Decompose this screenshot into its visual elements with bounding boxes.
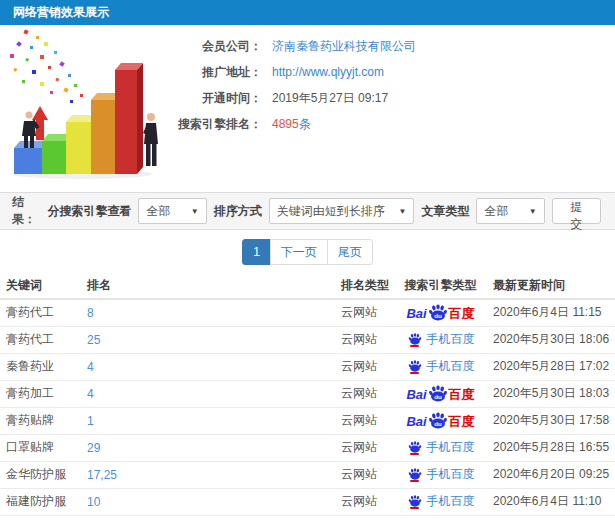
rank-link[interactable]: 17,25 (87, 468, 117, 482)
table-row: 膏药加工4云网站Baidu百度2020年5月30日 18:03 (0, 380, 615, 407)
baidu-logo-bai-text: Bai (406, 388, 426, 401)
article-type-label: 文章类型 (421, 203, 469, 220)
baidu-logo-cn-text: 百度 (449, 415, 475, 428)
baidu-logo-cn-text: 百度 (449, 388, 475, 401)
header-engine-type: 搜索引擎类型 (394, 272, 487, 299)
sort-mode-selected-value: 关键词由短到长排序 (277, 203, 385, 220)
engine-rank-unit: 条 (299, 117, 311, 131)
rank-link[interactable]: 1 (87, 414, 94, 428)
baidu-paw-icon: du (428, 304, 448, 321)
keyword-cell: 膏药贴牌 (0, 407, 81, 434)
baidu-logo: Baidu百度 (406, 412, 474, 428)
updated-cell: 2020年6月4日 11:15 (487, 299, 615, 326)
submit-button[interactable]: 提交 (552, 198, 601, 224)
baidu-logo-bai-text: Bai (406, 415, 426, 428)
header-rank: 排名 (81, 272, 335, 299)
next-page-button[interactable]: 下一页 (270, 239, 328, 265)
mobile-baidu-label: 手机百度 (427, 358, 475, 375)
baidu-paw-icon (408, 495, 422, 507)
engine-type-cell: Baidu百度 (394, 515, 487, 520)
rank-type-cell (335, 515, 394, 520)
table-row: 膏药代工8云网站Baidu百度2020年6月4日 11:15 (0, 299, 615, 326)
result-label: 结果： (12, 194, 47, 228)
keyword-cell: 秦鲁药业 (0, 353, 81, 380)
rank-link[interactable]: 8 (87, 306, 94, 320)
engine-type-cell: 手机百度 (394, 326, 487, 353)
updated-cell: 2020年6月20日 09:25 (487, 461, 615, 488)
sort-mode-select[interactable]: 关键词由短到长排序 ▼ (269, 198, 415, 224)
engine-type-cell: 手机百度 (394, 488, 487, 515)
mobile-baidu-badge: 手机百度 (407, 493, 475, 510)
rank-cell: 10 (81, 488, 335, 515)
updated-cell: 2020年5月30日 17:58 (487, 407, 615, 434)
rank-link[interactable]: 29 (87, 441, 100, 455)
keyword-cell: 膏药代工 (0, 326, 81, 353)
mobile-baidu-badge: 手机百度 (407, 358, 475, 375)
mobile-baidu-underline (410, 372, 419, 374)
chevron-down-icon: ▼ (529, 207, 537, 216)
article-type-select[interactable]: 全部 ▼ (476, 198, 544, 224)
sort-mode-label: 排序方式 (214, 203, 262, 220)
table-body: 膏药代工8云网站Baidu百度2020年6月4日 11:15膏药代工25云网站手… (0, 299, 615, 520)
table-row: 膏药代工25云网站手机百度2020年5月30日 18:06 (0, 326, 615, 353)
rank-link[interactable]: 10 (87, 495, 100, 509)
rank-link[interactable]: 4 (87, 360, 94, 374)
keyword-cell: 金华防护服 (0, 461, 81, 488)
open-time-value: 2019年5月27日 09:17 (272, 90, 388, 107)
rank-type-cell: 云网站 (335, 434, 394, 461)
rank-cell: 29 (81, 434, 335, 461)
page-1-button[interactable]: 1 (242, 239, 271, 265)
mobile-baidu-badge: 手机百度 (407, 466, 475, 483)
keyword-cell (0, 515, 81, 520)
mobile-baidu-underline (410, 480, 419, 482)
updated-cell: 2020年5月30日 18:06 (487, 326, 615, 353)
engine-view-selected-value: 全部 (146, 203, 170, 220)
keyword-cell: 膏药加工 (0, 380, 81, 407)
engine-type-cell: Baidu百度 (394, 299, 487, 326)
baidu-paw-icon (408, 333, 422, 345)
window-title-bar: 网络营销效果展示 (0, 0, 615, 25)
member-company-link[interactable]: 济南秦鲁药业科技有限公司 (272, 38, 416, 55)
chevron-down-icon: ▼ (399, 207, 407, 216)
header-updated: 最新更新时间 (487, 272, 615, 299)
page: 网络营销效果展示 (0, 0, 615, 520)
rank-cell: 4 (81, 380, 335, 407)
last-page-button[interactable]: 尾页 (327, 239, 373, 265)
baidu-paw-icon: du (428, 412, 448, 429)
updated-cell: 2020年5月30日 18:03 (487, 380, 615, 407)
mobile-baidu-underline (410, 345, 419, 347)
promo-url-link[interactable]: http://www.qlyyjt.com (272, 65, 384, 79)
header-rank-type: 排名类型 (335, 272, 394, 299)
engine-type-cell: 手机百度 (394, 461, 487, 488)
mobile-baidu-icon (407, 468, 423, 482)
svg-text:du: du (434, 420, 442, 427)
engine-type-cell: 手机百度 (394, 434, 487, 461)
engine-rank-label: 搜索引擎排名： (172, 116, 262, 133)
mobile-baidu-badge: 手机百度 (407, 331, 475, 348)
growth-chart-clipart-image (2, 28, 170, 180)
engine-view-select[interactable]: 全部 ▼ (138, 198, 206, 224)
mobile-baidu-icon (407, 333, 423, 347)
engine-rank-row: 搜索引擎排名： 4895条 (172, 111, 615, 137)
rank-type-cell: 云网站 (335, 461, 394, 488)
bar-red (115, 63, 143, 174)
baidu-paw-icon (408, 441, 422, 453)
confetti-dots (10, 29, 83, 103)
mobile-baidu-label: 手机百度 (427, 331, 475, 348)
rank-type-cell: 云网站 (335, 299, 394, 326)
baidu-paw-icon (408, 468, 422, 480)
promo-url-row: 推广地址： http://www.qlyyjt.com (172, 59, 615, 85)
svg-text:du: du (434, 312, 442, 319)
table-row: 秦鲁药业4云网站手机百度2020年5月28日 17:02 (0, 353, 615, 380)
rank-cell: 4 (81, 353, 335, 380)
table-row: 金华防护服17,25云网站手机百度2020年6月20日 09:25 (0, 461, 615, 488)
keyword-cell: 福建防护服 (0, 488, 81, 515)
rank-link[interactable]: 25 (87, 333, 100, 347)
rank-link[interactable]: 4 (87, 387, 94, 401)
account-info-section: 会员公司： 济南秦鲁药业科技有限公司 推广地址： http://www.qlyy… (0, 25, 615, 192)
filter-controls: 分搜索引擎查看 全部 ▼ 排序方式 关键词由短到长排序 ▼ 文章类型 全部 ▼ … (47, 198, 601, 224)
page-title: 网络营销效果展示 (13, 4, 109, 21)
account-info-list: 会员公司： 济南秦鲁药业科技有限公司 推广地址： http://www.qlyy… (172, 25, 615, 137)
svg-text:du: du (434, 393, 442, 400)
rank-type-cell: 云网站 (335, 407, 394, 434)
